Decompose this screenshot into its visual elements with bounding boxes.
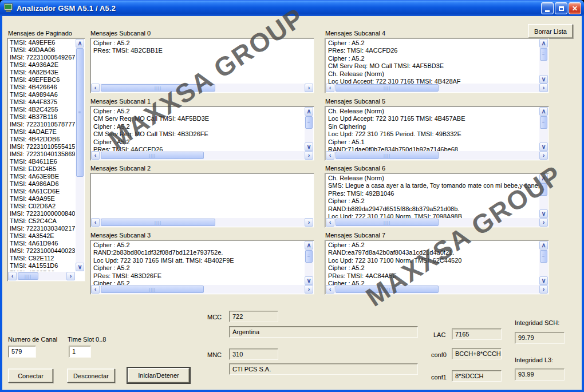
vertical-scrollbar[interactable]: ∧ ≡ ∨ xyxy=(539,241,548,285)
list-item[interactable]: TMSI: 4B4611E6 xyxy=(8,158,75,165)
timeslot-input[interactable]: 1 xyxy=(69,346,91,358)
horizontal-scrollbar[interactable]: ‹ |||| › xyxy=(326,151,548,160)
operator-field[interactable]: CTI PCS S.A. xyxy=(229,363,418,375)
list-item[interactable]: TMSI: 4A63E9BE xyxy=(8,173,75,180)
list-item[interactable]: IMSI: 72231000000840 xyxy=(8,210,75,217)
scroll-down-button[interactable]: ∨ xyxy=(305,276,313,285)
scroll-right-button[interactable]: › xyxy=(305,285,313,294)
list-item[interactable]: TMSI: 4ADAE7E xyxy=(8,128,75,136)
close-button[interactable]: ✕ xyxy=(569,2,581,14)
scroll-thumb[interactable]: |||| xyxy=(18,272,38,280)
list-item[interactable]: TMSI: 4B38D96 xyxy=(8,270,75,271)
list-item[interactable]: TMSI: 4B2C4255 xyxy=(8,106,75,113)
disconnect-button[interactable]: Desconectar xyxy=(67,369,115,383)
subcanal-1-listbox[interactable]: Cipher : A5.2CM Serv Req: MO Call TMSI: … xyxy=(90,106,314,161)
list-item[interactable]: TMSI: 49DAA06 xyxy=(8,46,75,54)
scroll-right-button[interactable]: › xyxy=(539,218,548,227)
scroll-down-button[interactable]: ∨ xyxy=(76,263,84,271)
subcanal-7-listbox[interactable]: Cipher : A5.2RAND:ea797d8a42b0af8043a1cd… xyxy=(325,240,549,295)
horizontal-scrollbar[interactable]: ‹ |||| › xyxy=(326,285,548,294)
scroll-thumb[interactable]: ≡ xyxy=(305,250,313,263)
list-item[interactable]: TMSI: 4A1551D6 xyxy=(8,262,75,270)
horizontal-scrollbar[interactable]: ‹ |||| › xyxy=(326,218,548,227)
maximize-button[interactable] xyxy=(555,2,567,14)
vertical-scrollbar[interactable]: ∧ ≡ ∨ xyxy=(539,174,548,218)
list-item[interactable]: TMSI: C02D6A2 xyxy=(8,203,75,210)
channel-input[interactable]: 579 xyxy=(8,346,36,358)
vertical-scrollbar[interactable]: ∧ ≡ ∨ xyxy=(305,241,313,285)
clear-list-button[interactable]: Borrar Lista xyxy=(528,24,573,38)
horizontal-scrollbar[interactable]: ‹ |||| › xyxy=(91,84,313,92)
horizontal-scrollbar[interactable]: ‹ |||| › xyxy=(91,218,313,227)
list-item[interactable]: TMSI: 4B42DDB6 xyxy=(8,136,75,143)
scroll-right-button[interactable]: › xyxy=(539,285,548,294)
scroll-thumb[interactable]: ≡ xyxy=(540,116,547,129)
list-item[interactable]: TMSI: 4B37B116 xyxy=(8,113,75,121)
scroll-left-button[interactable]: ‹ xyxy=(326,151,334,160)
paging-listbox[interactable]: TMSI: 4A9EFE6TMSI: 49DAA06IMSI: 72231000… xyxy=(7,38,85,282)
scroll-up-button[interactable]: ∧ xyxy=(305,241,313,250)
conf0-field[interactable]: BCCH+8*CCCH xyxy=(452,348,502,359)
scroll-down-button[interactable]: ∨ xyxy=(539,75,548,84)
scroll-down-button[interactable]: ∨ xyxy=(539,209,548,218)
paging-vertical-scrollbar[interactable]: ∧ ≡ ∨ xyxy=(76,39,84,271)
list-item[interactable]: TMSI: 4A986AD6 xyxy=(8,180,75,188)
horizontal-scrollbar[interactable]: ‹ |||| › xyxy=(91,151,313,160)
scroll-left-button[interactable]: ‹ xyxy=(91,151,100,160)
list-item[interactable]: TMSI: 4A9894A6 xyxy=(8,91,75,98)
scroll-thumb[interactable]: |||| xyxy=(336,219,439,226)
integrity-l3-field[interactable]: 93.99 xyxy=(515,369,565,381)
scroll-left-button[interactable]: ‹ xyxy=(326,285,334,294)
list-item[interactable]: TMSI: ED2C4B5 xyxy=(8,165,75,173)
list-item[interactable]: TMSI: 4A9EFE6 xyxy=(8,39,75,46)
list-item[interactable]: TMSI: 4A61D946 xyxy=(8,240,75,247)
vertical-scrollbar[interactable]: ∧ ≡ ∨ xyxy=(539,107,548,151)
scroll-down-button[interactable]: ∨ xyxy=(539,142,548,151)
conf1-field[interactable]: 8*SDCCH xyxy=(452,370,502,382)
scroll-right-button[interactable]: › xyxy=(305,218,313,227)
scroll-left-button[interactable]: ‹ xyxy=(91,285,100,294)
scroll-up-button[interactable]: ∧ xyxy=(76,39,84,47)
subcanal-2-listbox[interactable]: ‹ |||| › xyxy=(90,173,314,228)
minimize-button[interactable] xyxy=(541,2,554,14)
vertical-scrollbar[interactable]: ∧ ≡ ∨ xyxy=(305,107,313,151)
country-field[interactable]: Argentina xyxy=(229,326,418,338)
scroll-left-button[interactable]: ‹ xyxy=(91,84,100,92)
scroll-thumb[interactable]: |||| xyxy=(336,152,439,159)
scroll-thumb[interactable]: ≡ xyxy=(540,183,547,196)
scroll-thumb[interactable]: ≡ xyxy=(540,48,547,61)
scroll-thumb[interactable]: |||| xyxy=(101,219,215,226)
scroll-thumb[interactable]: ≡ xyxy=(76,48,84,177)
integrity-sch-field[interactable]: 99.79 xyxy=(515,332,565,344)
scroll-left-button[interactable]: ‹ xyxy=(326,218,334,227)
scroll-thumb[interactable]: |||| xyxy=(101,152,204,159)
scroll-right-button[interactable]: › xyxy=(539,84,548,92)
subcanal-3-listbox[interactable]: Cipher : A5.2RAND:2b83bd80c1df32f08d7bd1… xyxy=(90,240,314,295)
list-item[interactable]: TMSI: 4B426646 xyxy=(8,84,75,91)
scroll-down-button[interactable]: ∨ xyxy=(305,142,313,151)
list-item[interactable]: TMSI: 4A3542E xyxy=(8,232,75,240)
title-bar[interactable]: Analizador GSM A5.1 / A5.2 ✕ xyxy=(0,0,584,16)
list-item[interactable]: TMSI: C52C4CA xyxy=(8,217,75,225)
subcanal-4-listbox[interactable]: Cipher : A5.2PRes: TMSI: 4ACCFD26Cipher … xyxy=(325,38,549,93)
list-item[interactable]: IMSI: 72231000440023 xyxy=(8,247,75,255)
scroll-thumb[interactable]: ≡ xyxy=(540,250,547,263)
list-item[interactable]: TMSI: 4A9A95E xyxy=(8,195,75,203)
list-item[interactable]: IMSI: 72231010578777 xyxy=(8,121,75,128)
scroll-up-button[interactable]: ∧ xyxy=(305,107,313,116)
list-item[interactable]: IMSI: 72231000549267 xyxy=(8,54,75,61)
scroll-up-button[interactable]: ∧ xyxy=(539,39,548,47)
horizontal-scrollbar[interactable]: ‹ |||| › xyxy=(326,84,548,92)
list-item[interactable]: TMSI: 4A936A2E xyxy=(8,61,75,69)
scroll-right-button[interactable]: › xyxy=(305,151,313,160)
scroll-thumb[interactable]: |||| xyxy=(336,286,439,293)
scroll-left-button[interactable]: ‹ xyxy=(91,218,100,227)
scroll-thumb[interactable]: ≡ xyxy=(305,116,313,129)
scroll-right-button[interactable]: › xyxy=(305,84,313,92)
mnc-field[interactable]: 310 xyxy=(229,349,278,360)
mcc-field[interactable]: 722 xyxy=(229,311,278,322)
scroll-right-button[interactable]: › xyxy=(539,151,548,160)
scroll-thumb[interactable]: |||| xyxy=(336,84,439,92)
scroll-thumb[interactable]: |||| xyxy=(101,286,204,293)
start-stop-button[interactable]: Iniciar/Detener xyxy=(128,368,190,383)
